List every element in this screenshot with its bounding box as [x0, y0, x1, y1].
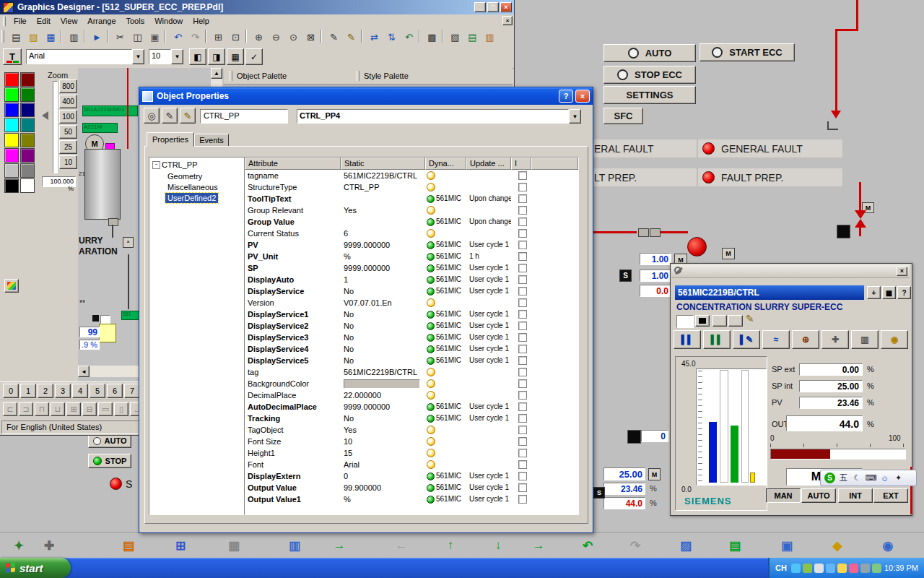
runtime-tools-button[interactable]: ✚: [35, 535, 64, 556]
nav-down-button[interactable]: ↓: [484, 535, 513, 556]
attribute-static[interactable]: Yes: [341, 204, 425, 216]
attribute-update[interactable]: User cycle 1: [466, 413, 511, 424]
attribute-update[interactable]: [466, 378, 511, 389]
attribute-static[interactable]: 15: [341, 447, 425, 459]
runtime-print-button[interactable]: ▤: [720, 535, 749, 556]
title-bar[interactable]: Graphics Designer - [512_SUPER_ECC_PREP.…: [0, 0, 514, 14]
wizard-button[interactable]: ✎: [162, 108, 178, 124]
attribute-dynamic[interactable]: [425, 366, 466, 378]
zoom-in-button[interactable]: ⊕: [250, 28, 268, 46]
property-row[interactable]: DisplayService2No561MICUser cycle 1: [245, 320, 578, 332]
attribute-dynamic[interactable]: [425, 389, 466, 401]
volume-icon[interactable]: [814, 564, 824, 573]
attribute-update[interactable]: User cycle 1: [466, 320, 511, 332]
indirect-cell[interactable]: [511, 343, 531, 355]
font-family-value[interactable]: Arial: [26, 49, 132, 64]
layer-button-5[interactable]: 5: [90, 384, 105, 398]
layer-back-button[interactable]: ◨: [208, 48, 225, 65]
attribute-dynamic[interactable]: 561MIC: [425, 251, 466, 262]
tank-symbol[interactable]: [84, 149, 121, 220]
network-icon[interactable]: [826, 564, 835, 573]
indirect-cell[interactable]: [511, 274, 531, 285]
runtime-report-button[interactable]: ▥: [280, 535, 309, 556]
attribute-update[interactable]: User cycle 1: [466, 482, 511, 493]
runtime-grid-button[interactable]: ▦: [219, 535, 248, 556]
attribute-static[interactable]: 22.000000: [341, 389, 425, 401]
mode-button-auto[interactable]: AUTO: [801, 488, 836, 503]
attribute-static[interactable]: No: [341, 355, 425, 366]
alarm-lamp-button[interactable]: ◉: [881, 330, 908, 349]
property-row[interactable]: Output Value99.900000561MICUser cycle 1: [245, 482, 578, 493]
attribute-static[interactable]: [341, 193, 425, 204]
nav-redo-button[interactable]: ↷: [621, 535, 650, 556]
property-row[interactable]: tag561MIC2219B/CTRL: [245, 366, 578, 378]
property-row[interactable]: Output Value1%561MICUser cycle 1: [245, 493, 578, 505]
clock[interactable]: 10:39 PM: [884, 564, 918, 572]
faceplate-title-bar[interactable]: ×: [671, 264, 910, 278]
indirect-cell[interactable]: [511, 170, 531, 181]
attribute-update[interactable]: [466, 389, 511, 401]
indirect-cell[interactable]: [511, 251, 531, 262]
mirror-vertical-button[interactable]: ⇅: [383, 28, 401, 46]
attribute-update[interactable]: [466, 228, 511, 239]
attribute-dynamic[interactable]: [425, 181, 466, 193]
color-swatch[interactable]: [20, 87, 35, 102]
indirect-cell[interactable]: [511, 297, 531, 309]
color-swatch[interactable]: [20, 178, 35, 193]
property-row[interactable]: DisplayService4No561MICUser cycle 1: [245, 343, 578, 355]
property-row[interactable]: tagname561MIC2219B/CTRL: [245, 170, 578, 181]
scroll-left-button[interactable]: ◄: [78, 366, 90, 377]
color-swatch[interactable]: [4, 163, 19, 178]
layer-button-0[interactable]: 0: [3, 384, 19, 398]
color-swatch[interactable]: [20, 72, 35, 87]
property-row[interactable]: Height115: [245, 447, 578, 459]
attribute-update[interactable]: [466, 170, 511, 181]
attribute-update[interactable]: [466, 447, 511, 459]
attribute-update[interactable]: Upon change: [466, 216, 511, 228]
font-size-combo[interactable]: 10 ▼: [149, 49, 183, 64]
runtime-log-button[interactable]: ▤: [114, 535, 143, 556]
scada-button-settings[interactable]: SETTINGS: [603, 86, 696, 104]
attribute-dynamic[interactable]: [425, 459, 466, 470]
attribute-update[interactable]: 1 h: [466, 251, 511, 262]
object-type-field[interactable]: CTRL_PP: [200, 109, 288, 124]
property-row[interactable]: PV9999.000000561MICUser cycle 1: [245, 239, 578, 251]
field-value-out[interactable]: 44.0: [786, 415, 863, 431]
valve-icon[interactable]: [855, 219, 866, 228]
color-swatch[interactable]: [4, 118, 19, 132]
property-row[interactable]: SP9999.000000561MICUser cycle 1: [245, 262, 578, 274]
indirect-cell[interactable]: [511, 239, 531, 251]
attribute-dynamic[interactable]: 561MIC: [425, 470, 466, 482]
attribute-static[interactable]: [341, 216, 425, 228]
mirror-horizontal-button[interactable]: ⇄: [365, 28, 383, 46]
color-swatch[interactable]: [4, 87, 19, 102]
pin-button[interactable]: +: [867, 286, 881, 299]
display-icon[interactable]: [860, 564, 870, 573]
property-row[interactable]: StructureTypeCTRL_PP: [245, 181, 578, 193]
tree-collapse-icon[interactable]: -: [152, 161, 160, 169]
wizard2-button[interactable]: ✎: [180, 108, 196, 124]
paste-button[interactable]: ▣: [146, 28, 164, 46]
attribute-update[interactable]: [466, 436, 511, 447]
antivirus-icon[interactable]: [803, 564, 812, 573]
auto-button[interactable]: AUTO: [88, 434, 131, 448]
attribute-dynamic[interactable]: 561MIC: [425, 493, 466, 505]
layers-button[interactable]: ▩: [423, 28, 441, 46]
ime-moon-icon[interactable]: ☾: [852, 473, 863, 483]
indirect-cell[interactable]: [511, 493, 531, 505]
indirect-cell[interactable]: [511, 424, 531, 436]
property-row[interactable]: Group Value561MICUpon change: [245, 216, 578, 228]
dialog-title-bar[interactable]: Object Properties ? ×: [139, 87, 593, 105]
column-header-dyna[interactable]: Dyna...: [425, 158, 466, 170]
faceplate-close-button[interactable]: ×: [897, 267, 907, 276]
nav-next-button[interactable]: →: [524, 535, 553, 556]
attribute-dynamic[interactable]: [425, 447, 466, 459]
align-button[interactable]: ⊐: [19, 402, 33, 416]
align-button[interactable]: ⊔: [51, 402, 65, 416]
tab-properties[interactable]: Properties: [147, 132, 194, 147]
option-button[interactable]: [728, 315, 743, 327]
attribute-dynamic[interactable]: [425, 204, 466, 216]
align-button[interactable]: ▭: [98, 402, 113, 416]
property-row[interactable]: DisplayServiceNo561MICUser cycle 1: [245, 285, 578, 297]
field-value-pv[interactable]: 23.46: [799, 397, 863, 409]
